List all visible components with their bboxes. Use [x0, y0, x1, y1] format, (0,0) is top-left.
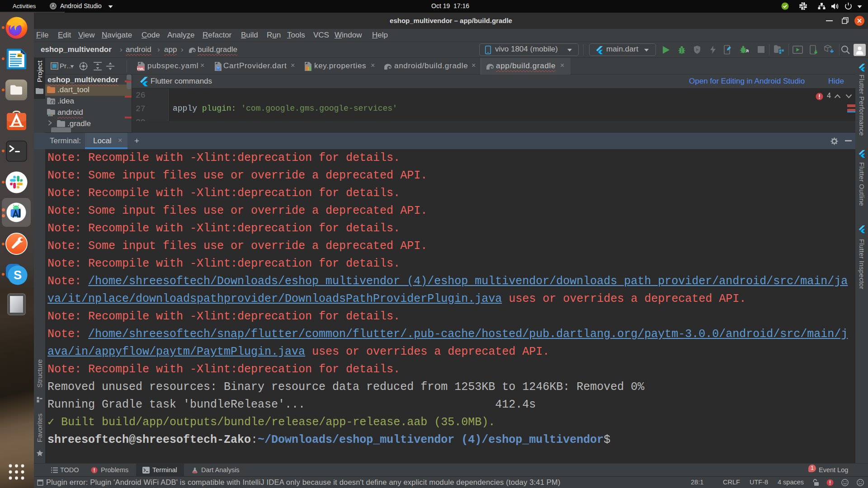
svg-text:S: S [14, 268, 22, 282]
svg-text:YML: YML [137, 67, 145, 71]
